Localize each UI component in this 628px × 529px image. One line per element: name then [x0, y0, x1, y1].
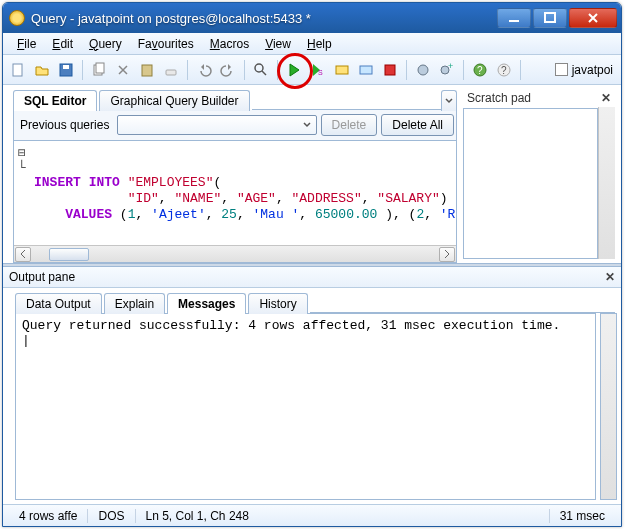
- window-title: Query - javatpoint on postgres@localhost…: [31, 11, 495, 26]
- separator: [463, 60, 464, 80]
- scratch-vscroll[interactable]: [598, 107, 615, 259]
- menubar: File Edit Query Favourites Macros View H…: [3, 33, 621, 55]
- maximize-icon: [544, 12, 556, 24]
- separator: [406, 60, 407, 80]
- eraser-icon: [163, 62, 179, 78]
- paste-icon: [139, 62, 155, 78]
- redo-button[interactable]: [217, 59, 239, 81]
- delete-prev-query-button[interactable]: Delete: [321, 114, 378, 136]
- svg-rect-1: [545, 13, 555, 22]
- connection-checkbox[interactable]: [555, 63, 568, 76]
- previous-queries-label: Previous queries: [16, 118, 113, 132]
- minimize-icon: [508, 12, 520, 24]
- svg-point-9: [255, 64, 263, 72]
- svg-rect-7: [142, 65, 152, 76]
- explain-button[interactable]: [331, 59, 353, 81]
- tab-messages[interactable]: Messages: [167, 293, 246, 314]
- tab-sql-editor[interactable]: SQL Editor: [13, 90, 97, 111]
- save-button[interactable]: [55, 59, 77, 81]
- app-window: Query - javatpoint on postgres@localhost…: [2, 2, 622, 527]
- tab-data-output[interactable]: Data Output: [15, 293, 102, 314]
- scratch-pad[interactable]: [463, 108, 598, 259]
- editor-hscroll[interactable]: [14, 245, 456, 262]
- menu-view[interactable]: View: [257, 35, 299, 53]
- statusbar: 4 rows affe DOS Ln 5, Col 1, Ch 248 31 m…: [3, 504, 621, 526]
- main-area: SQL Editor Graphical Query Builder Previ…: [3, 85, 621, 504]
- undo-icon: [196, 62, 212, 78]
- clear-button[interactable]: [160, 59, 182, 81]
- svg-rect-12: [360, 66, 372, 74]
- undo-button[interactable]: [193, 59, 215, 81]
- cut-button[interactable]: [112, 59, 134, 81]
- svg-text:?: ?: [477, 65, 483, 76]
- svg-text:?: ?: [501, 65, 507, 76]
- explain-analyze-button[interactable]: [355, 59, 377, 81]
- plug-icon: [415, 62, 431, 78]
- save-icon: [58, 62, 74, 78]
- output-messages[interactable]: Query returned successfully: 4 rows affe…: [15, 313, 596, 500]
- scratch-pad-close[interactable]: ✕: [601, 91, 611, 105]
- output-vscroll[interactable]: [600, 313, 617, 500]
- svg-rect-6: [96, 63, 104, 73]
- output-pane-close[interactable]: ✕: [605, 270, 615, 284]
- close-icon: [587, 12, 599, 24]
- menu-query[interactable]: Query: [81, 35, 130, 53]
- find-button[interactable]: [250, 59, 272, 81]
- output-tabs: Data Output Explain Messages History: [3, 288, 621, 313]
- fold-gutter[interactable]: ⊟└: [16, 145, 28, 175]
- new-connection-button[interactable]: +: [436, 59, 458, 81]
- menu-macros[interactable]: Macros: [202, 35, 257, 53]
- separator: [244, 60, 245, 80]
- toolbar: S + ? ? javatpoi: [3, 55, 621, 85]
- help-icon: ?: [472, 62, 488, 78]
- copy-icon: [91, 62, 107, 78]
- open-button[interactable]: [31, 59, 53, 81]
- separator: [520, 60, 521, 80]
- output-pane-header: Output pane ✕: [3, 267, 621, 288]
- svg-text:+: +: [448, 62, 453, 71]
- scroll-right-button[interactable]: [439, 247, 455, 262]
- new-button[interactable]: [7, 59, 29, 81]
- menu-favourites[interactable]: Favourites: [130, 35, 202, 53]
- minimize-button[interactable]: [497, 8, 531, 28]
- cancel-button[interactable]: [379, 59, 401, 81]
- svg-text:S: S: [318, 69, 323, 76]
- tabs-dropdown[interactable]: [441, 90, 457, 111]
- sql-help-icon: ?: [496, 62, 512, 78]
- separator: [82, 60, 83, 80]
- connection-button[interactable]: [412, 59, 434, 81]
- menu-file[interactable]: File: [9, 35, 44, 53]
- close-button[interactable]: [569, 8, 617, 28]
- tab-history[interactable]: History: [248, 293, 307, 314]
- paste-button[interactable]: [136, 59, 158, 81]
- tab-explain[interactable]: Explain: [104, 293, 165, 314]
- sql-editor[interactable]: ⊟└ INSERT INTO "EMPLOYEES"( "ID", "NAME"…: [14, 141, 456, 245]
- execute-button[interactable]: [283, 59, 305, 81]
- scratch-pad-title: Scratch pad: [467, 91, 531, 105]
- scroll-thumb[interactable]: [49, 248, 89, 261]
- connection-label: javatpoi: [572, 63, 613, 77]
- svg-rect-0: [509, 20, 519, 22]
- chevron-down-icon: [445, 97, 453, 105]
- execute-pgscript-button[interactable]: S: [307, 59, 329, 81]
- menu-edit[interactable]: Edit: [44, 35, 81, 53]
- separator: [187, 60, 188, 80]
- svg-rect-13: [385, 65, 395, 75]
- previous-queries-combo[interactable]: [117, 115, 316, 135]
- redo-icon: [220, 62, 236, 78]
- tab-graphical-query-builder[interactable]: Graphical Query Builder: [99, 90, 249, 111]
- explain-icon: [334, 62, 350, 78]
- svg-rect-4: [63, 65, 69, 69]
- menu-help[interactable]: Help: [299, 35, 340, 53]
- cut-icon: [115, 62, 131, 78]
- status-position: Ln 5, Col 1, Ch 248: [136, 509, 550, 523]
- previous-queries-row: Previous queries Delete Delete All: [13, 110, 457, 141]
- scroll-left-button[interactable]: [15, 247, 31, 262]
- copy-button[interactable]: [88, 59, 110, 81]
- sql-help-button[interactable]: ?: [493, 59, 515, 81]
- app-icon: [9, 10, 25, 26]
- delete-all-prev-queries-button[interactable]: Delete All: [381, 114, 454, 136]
- maximize-button[interactable]: [533, 8, 567, 28]
- help-button[interactable]: ?: [469, 59, 491, 81]
- titlebar[interactable]: Query - javatpoint on postgres@localhost…: [3, 3, 621, 33]
